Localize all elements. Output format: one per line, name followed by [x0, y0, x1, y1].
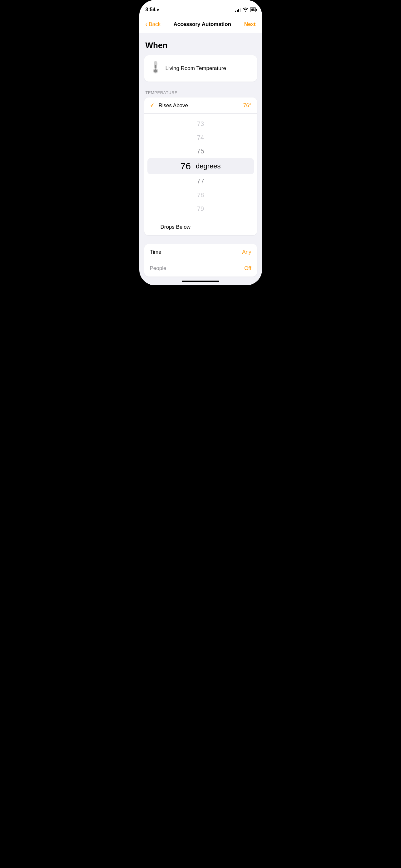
signal-bar-3 [238, 9, 239, 12]
rises-above-label: Rises Above [159, 102, 243, 109]
back-label: Back [149, 21, 161, 28]
next-button[interactable]: Next [244, 21, 256, 28]
battery-icon: 98 [250, 7, 256, 12]
time-label: Time [150, 249, 162, 255]
page-title: Accessory Automation [174, 21, 231, 28]
drops-below-row[interactable]: Drops Below [144, 219, 257, 235]
main-content: When Living Room Temperature TEMPERATURE [139, 33, 262, 277]
time-value: Any [242, 249, 251, 255]
people-value: Off [244, 265, 251, 272]
svg-point-7 [154, 69, 157, 72]
time-display: 3:54 [145, 7, 156, 12]
when-heading: When [144, 41, 257, 50]
picker-unit-label: degrees [196, 162, 221, 170]
status-icons: 98 [235, 7, 256, 12]
time-row[interactable]: Time Any [144, 244, 257, 260]
accessory-card[interactable]: Living Room Temperature [144, 55, 257, 82]
status-time: 3:54 ► [145, 7, 161, 12]
location-icon: ► [157, 7, 161, 12]
picker-items: 73 74 75 76 degrees 77 78 [144, 117, 257, 216]
picker-item-77: 77 [144, 174, 257, 188]
picker-selected-value: 76 [180, 161, 191, 172]
rises-above-value: 76° [243, 102, 252, 109]
home-indicator[interactable] [182, 281, 219, 282]
picker-item-78: 78 [144, 188, 257, 202]
rises-above-row[interactable]: ✓ Rises Above 76° [144, 97, 257, 114]
picker-item-73: 73 [144, 117, 257, 131]
drops-below-label: Drops Below [150, 224, 191, 230]
picker-item-79: 79 [144, 202, 257, 216]
signal-bars [235, 7, 241, 12]
people-label: People [150, 265, 166, 272]
signal-bar-1 [235, 11, 236, 12]
svg-rect-5 [155, 65, 156, 69]
conditions-card: Time Any People Off [144, 244, 257, 277]
picker-item-74: 74 [144, 131, 257, 144]
wifi-icon [243, 7, 248, 12]
back-chevron-icon: ‹ [145, 21, 148, 28]
signal-bar-2 [237, 10, 238, 12]
picker-item-75: 75 [144, 144, 257, 158]
picker-item-76: 76 degrees [144, 158, 257, 174]
signal-bar-4 [240, 8, 241, 12]
temperature-options-card: ✓ Rises Above 76° 73 74 75 76 [144, 97, 257, 235]
people-row[interactable]: People Off [144, 260, 257, 277]
temperature-picker[interactable]: 73 74 75 76 degrees 77 78 [144, 114, 257, 219]
temperature-section-label: TEMPERATURE [144, 90, 257, 95]
accessory-name: Living Room Temperature [166, 65, 226, 71]
nav-bar: ‹ Back Accessory Automation Next [139, 16, 262, 33]
checkmark-icon: ✓ [150, 102, 154, 109]
battery-level: 98 [251, 8, 255, 11]
back-button[interactable]: ‹ Back [145, 21, 161, 28]
thermometer-icon [150, 60, 161, 76]
status-bar: 3:54 ► 98 [139, 0, 262, 16]
